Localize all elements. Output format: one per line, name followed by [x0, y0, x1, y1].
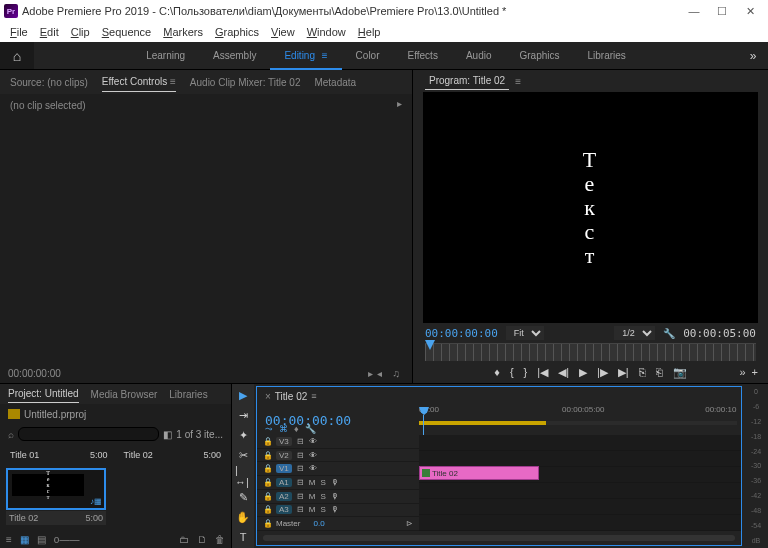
menu-clip[interactable]: Clip: [65, 24, 96, 40]
project-filename: Untitled.prproj: [24, 409, 86, 420]
pen-tool-icon[interactable]: ✎: [235, 490, 251, 504]
compare-icon[interactable]: »: [739, 366, 745, 378]
program-panel-tab[interactable]: Program: Title 02 ≡: [417, 70, 764, 92]
project-footer: ≡ ▦ ▤ o—— 🗀 🗋 🗑: [0, 530, 231, 548]
project-tab[interactable]: Project: Untitled: [8, 385, 79, 403]
project-clip-selected[interactable]: Текст♪▦Title 025:00: [6, 468, 106, 525]
maximize-button[interactable]: ☐: [708, 1, 736, 21]
linked-selection-icon[interactable]: ⌘: [279, 424, 288, 434]
slip-tool-icon[interactable]: |↔|: [235, 468, 251, 484]
close-button[interactable]: ✕: [736, 1, 764, 21]
workspace-tab-effects[interactable]: Effects: [394, 42, 452, 70]
menu-graphics[interactable]: Graphics: [209, 24, 265, 40]
hand-tool-icon[interactable]: ✋: [235, 510, 251, 524]
freeform-view-icon[interactable]: ▤: [37, 534, 46, 545]
timeline-tab[interactable]: × Title 02 ≡: [257, 387, 741, 405]
timeline-zoom-slider[interactable]: [263, 535, 735, 541]
video-track-header[interactable]: 🔒V1⊟👁: [257, 462, 419, 476]
track-headers: 🔒V3⊟👁🔒V2⊟👁🔒V1⊟👁🔒A1⊟MS🎙🔒A2⊟MS🎙🔒A3⊟MS🎙🔒Mas…: [257, 435, 419, 531]
source-tab[interactable]: Source: (no clips): [10, 73, 88, 92]
home-icon[interactable]: ⌂: [0, 42, 34, 69]
source-tab[interactable]: Audio Clip Mixer: Title 02: [190, 73, 301, 92]
workspace-tab-color[interactable]: Color: [342, 42, 394, 70]
audio-meters: 0-6-12-18-24-30-36-42-48-54dB: [744, 384, 768, 548]
meter-tick: 0: [754, 388, 758, 395]
project-tab[interactable]: Media Browser: [91, 389, 158, 400]
go-to-in-icon[interactable]: |◀: [537, 366, 548, 379]
filter-bin-icon[interactable]: ◧: [163, 429, 172, 440]
workspace-overflow-button[interactable]: »: [738, 49, 768, 63]
panel-menu-icon[interactable]: ≡: [515, 76, 521, 87]
snap-icon[interactable]: ⤳: [265, 424, 273, 434]
settings-icon[interactable]: 🔧: [663, 328, 675, 339]
export-frame-icon[interactable]: 📷: [673, 366, 687, 379]
timeline-ruler[interactable]: 00:0000:00:05:0000:00:10: [419, 405, 737, 435]
type-tool-icon[interactable]: T: [235, 530, 251, 544]
menu-sequence[interactable]: Sequence: [96, 24, 158, 40]
settings-icon[interactable]: 🔧: [305, 424, 316, 434]
icon-view-icon[interactable]: ▦: [20, 534, 29, 545]
step-back-icon[interactable]: ◀|: [558, 366, 569, 379]
resolution-dropdown[interactable]: 1/2: [614, 326, 655, 340]
menu-help[interactable]: Help: [352, 24, 387, 40]
program-scrub-bar[interactable]: [425, 343, 756, 361]
window-titlebar: Pr Adobe Premiere Pro 2019 - C:\Пользова…: [0, 0, 768, 22]
source-tab[interactable]: Effect Controls ≡: [102, 72, 176, 92]
workspace-tab-libraries[interactable]: Libraries: [574, 42, 640, 70]
extract-icon[interactable]: ⎗: [656, 366, 663, 378]
new-bin-icon[interactable]: 🗀: [179, 534, 189, 545]
clip-label: Title 02: [432, 469, 458, 478]
play-icon[interactable]: ▶: [579, 366, 587, 379]
minimize-button[interactable]: —: [680, 1, 708, 21]
razor-tool-icon[interactable]: ✂: [235, 448, 251, 462]
selection-tool-icon[interactable]: ▶: [235, 388, 251, 402]
go-to-out-icon[interactable]: ▶|: [618, 366, 629, 379]
program-monitor[interactable]: Текст: [423, 92, 758, 323]
project-search-input[interactable]: [18, 427, 159, 441]
audio-track-header[interactable]: 🔒A3⊟MS🎙: [257, 504, 419, 518]
video-track-header[interactable]: 🔒V3⊟👁: [257, 435, 419, 449]
video-track-header[interactable]: 🔒V2⊟👁: [257, 449, 419, 463]
timeline-clip[interactable]: Title 02: [419, 466, 539, 480]
new-item-icon[interactable]: 🗋: [197, 534, 207, 545]
app-icon: Pr: [4, 4, 18, 18]
add-marker-icon[interactable]: ♦: [294, 424, 299, 434]
mark-in-icon[interactable]: {: [510, 366, 514, 378]
menu-file[interactable]: File: [4, 24, 34, 40]
panel-menu-icon[interactable]: ≡: [311, 391, 316, 401]
clip-header[interactable]: Title 015:00: [6, 448, 112, 462]
track-select-tool-icon[interactable]: ⇥: [235, 408, 251, 422]
menu-window[interactable]: Window: [301, 24, 352, 40]
audio-track-header[interactable]: 🔒A1⊟MS🎙: [257, 476, 419, 490]
project-tab[interactable]: Libraries: [169, 389, 207, 400]
panel-menu-icon[interactable]: ▸: [397, 98, 402, 109]
fit-dropdown[interactable]: Fit: [506, 326, 544, 340]
list-view-icon[interactable]: ≡: [6, 534, 12, 545]
master-track-header[interactable]: 🔒Master0.0⊳: [257, 517, 419, 531]
meter-tick: -18: [751, 433, 761, 440]
program-tab-label: Program: Title 02: [425, 72, 509, 90]
track-lanes[interactable]: Title 02: [419, 435, 741, 531]
workspace-tab-graphics[interactable]: Graphics: [505, 42, 573, 70]
zoom-slider[interactable]: o——: [54, 534, 80, 545]
bin-icon: [8, 409, 20, 419]
menu-edit[interactable]: Edit: [34, 24, 65, 40]
clip-header[interactable]: Title 025:00: [120, 448, 226, 462]
workspace-tab-assembly[interactable]: Assembly: [199, 42, 270, 70]
menu-view[interactable]: View: [265, 24, 301, 40]
step-forward-icon[interactable]: |▶: [597, 366, 608, 379]
source-view-controls[interactable]: ▸◂ ♫: [368, 368, 404, 379]
workspace-tab-learning[interactable]: Learning: [132, 42, 199, 70]
source-tab[interactable]: Metadata: [314, 73, 356, 92]
workspace-tab-editing[interactable]: Editing ≡: [270, 42, 341, 70]
program-timecode-current[interactable]: 00:00:00:00: [425, 327, 498, 340]
ripple-edit-tool-icon[interactable]: ✦: [235, 428, 251, 442]
mark-out-icon[interactable]: }: [524, 366, 528, 378]
lift-icon[interactable]: ⎘: [639, 366, 646, 378]
audio-track-header[interactable]: 🔒A2⊟MS🎙: [257, 490, 419, 504]
workspace-tab-audio[interactable]: Audio: [452, 42, 506, 70]
menu-markers[interactable]: Markers: [157, 24, 209, 40]
button-editor-icon[interactable]: +: [752, 366, 758, 378]
add-marker-icon[interactable]: ♦: [494, 366, 500, 378]
delete-icon[interactable]: 🗑: [215, 534, 225, 545]
